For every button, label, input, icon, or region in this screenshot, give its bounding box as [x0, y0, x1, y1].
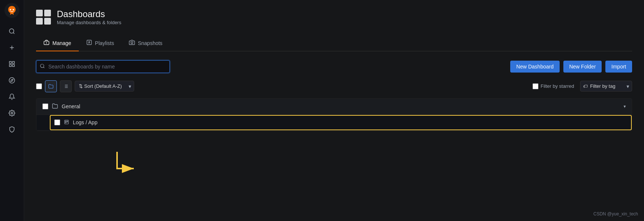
svg-rect-23 [65, 120, 69, 124]
sidebar-config-icon[interactable] [4, 106, 19, 121]
svg-point-10 [11, 112, 13, 114]
tab-playlists[interactable]: Playlists [79, 36, 122, 51]
new-dashboard-button[interactable]: New Dashboard [510, 61, 559, 73]
sidebar [0, 0, 24, 221]
page-header: Dashboards Manage dashboards & folders [36, 9, 632, 25]
svg-rect-6 [9, 65, 11, 67]
folder-view-button[interactable] [45, 80, 57, 92]
svg-point-2 [13, 9, 14, 10]
dashboard-logs-icon [64, 119, 69, 126]
tab-manage[interactable]: Manage [36, 36, 79, 51]
filter-right: Filter by starred Filter by tag [533, 81, 632, 92]
select-all-checkbox[interactable] [36, 83, 42, 89]
grafana-logo[interactable] [4, 3, 19, 18]
svg-point-3 [9, 29, 14, 33]
tab-snapshots-label: Snapshots [138, 40, 162, 46]
folder-general-icon [52, 103, 58, 110]
dashboards-page-icon [36, 10, 51, 25]
toolbar-left [36, 60, 170, 73]
search-input[interactable] [36, 60, 170, 73]
sidebar-shield-icon[interactable] [4, 122, 19, 137]
watermark: CSDN @yue_xin_tech [593, 211, 638, 217]
filter-starred-text: Filter by starred [541, 83, 574, 89]
sidebar-alerting-icon[interactable] [4, 89, 19, 104]
svg-marker-9 [11, 79, 13, 81]
sidebar-add-icon[interactable] [4, 40, 19, 55]
svg-rect-4 [9, 61, 11, 63]
snapshots-tab-icon [129, 39, 135, 47]
page-header-text: Dashboards Manage dashboards & folders [57, 9, 121, 25]
filter-left: ⇅ Sort (Default A-Z) Alphabetical (A-Z) … [36, 80, 134, 92]
dashboard-list: General ▾ Logs / App [36, 98, 632, 131]
filter-row: ⇅ Sort (Default A-Z) Alphabetical (A-Z) … [36, 80, 632, 92]
arrow-annotation [110, 148, 147, 174]
tab-snapshots[interactable]: Snapshots [122, 36, 170, 51]
folder-general-name: General [62, 103, 620, 109]
svg-rect-7 [13, 65, 14, 67]
import-button[interactable]: Import [605, 61, 632, 73]
tab-playlists-label: Playlists [95, 40, 114, 46]
svg-point-8 [9, 78, 15, 83]
sidebar-explore-icon[interactable] [4, 73, 19, 88]
dashboard-logs-checkbox[interactable] [54, 119, 60, 125]
dashboard-item-name: Logs / App [73, 119, 626, 125]
main-content: Dashboards Manage dashboards & folders M… [24, 0, 644, 221]
svg-point-15 [131, 42, 133, 44]
filter-starred-label[interactable]: Filter by starred [533, 83, 574, 89]
page-subtitle: Manage dashboards & folders [57, 20, 121, 25]
sort-select[interactable]: ⇅ Sort (Default A-Z) Alphabetical (A-Z) … [75, 81, 134, 92]
manage-tab-icon [43, 39, 49, 47]
filter-tag-select[interactable]: Filter by tag [580, 81, 632, 92]
folder-general-chevron: ▾ [624, 104, 626, 109]
svg-rect-24 [65, 121, 66, 123]
playlists-tab-icon [86, 39, 92, 47]
search-wrapper [36, 60, 170, 73]
dashboard-item-logs-app[interactable]: Logs / App [36, 115, 632, 131]
new-folder-button[interactable]: New Folder [563, 61, 602, 73]
sidebar-dashboards-icon[interactable] [4, 57, 19, 71]
svg-rect-25 [67, 121, 68, 122]
main-toolbar: New Dashboard New Folder Import [36, 60, 632, 73]
svg-point-16 [41, 64, 44, 67]
sort-wrapper: ⇅ Sort (Default A-Z) Alphabetical (A-Z) … [75, 81, 134, 92]
folder-row-general[interactable]: General ▾ [36, 99, 632, 115]
filter-starred-checkbox[interactable] [533, 83, 538, 89]
toolbar-right: New Dashboard New Folder Import [510, 61, 632, 73]
folder-general-checkbox[interactable] [42, 103, 48, 109]
svg-rect-5 [13, 61, 14, 63]
tabs-bar: Manage Playlists Snapshots [36, 36, 632, 51]
search-icon [40, 63, 45, 70]
list-view-button[interactable] [60, 80, 72, 92]
tab-manage-label: Manage [52, 40, 71, 46]
page-title: Dashboards [57, 9, 121, 20]
sidebar-search-icon[interactable] [4, 24, 19, 39]
filter-tag-wrapper: Filter by tag [580, 81, 632, 92]
svg-point-1 [10, 9, 11, 10]
